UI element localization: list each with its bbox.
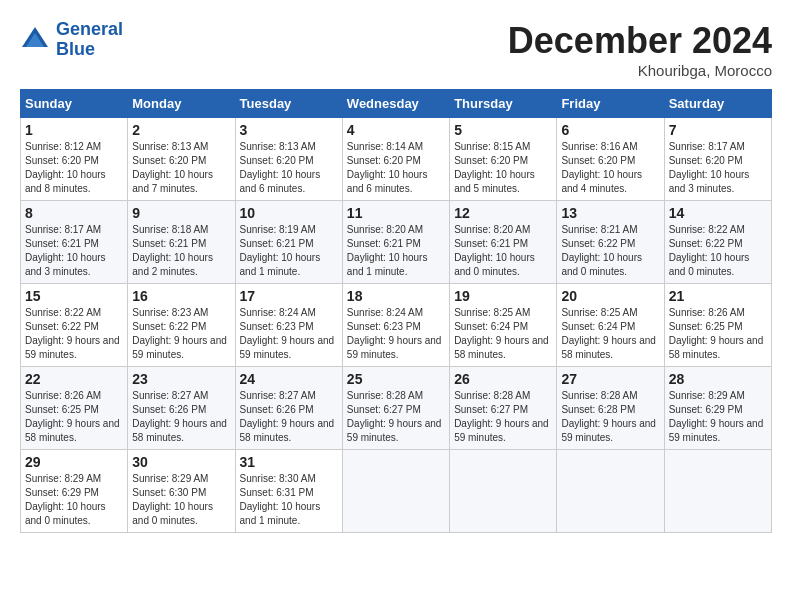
calendar-cell: 18Sunrise: 8:24 AMSunset: 6:23 PMDayligh… <box>342 284 449 367</box>
day-info: Sunrise: 8:29 AMSunset: 6:30 PMDaylight:… <box>132 472 230 528</box>
day-number: 25 <box>347 371 445 387</box>
calendar-cell: 13Sunrise: 8:21 AMSunset: 6:22 PMDayligh… <box>557 201 664 284</box>
day-number: 11 <box>347 205 445 221</box>
calendar-table: SundayMondayTuesdayWednesdayThursdayFrid… <box>20 89 772 533</box>
weekday-header: Wednesday <box>342 90 449 118</box>
day-info: Sunrise: 8:15 AMSunset: 6:20 PMDaylight:… <box>454 140 552 196</box>
day-info: Sunrise: 8:13 AMSunset: 6:20 PMDaylight:… <box>240 140 338 196</box>
calendar-cell: 15Sunrise: 8:22 AMSunset: 6:22 PMDayligh… <box>21 284 128 367</box>
day-info: Sunrise: 8:25 AMSunset: 6:24 PMDaylight:… <box>454 306 552 362</box>
day-info: Sunrise: 8:27 AMSunset: 6:26 PMDaylight:… <box>132 389 230 445</box>
day-number: 10 <box>240 205 338 221</box>
calendar-cell: 28Sunrise: 8:29 AMSunset: 6:29 PMDayligh… <box>664 367 771 450</box>
day-info: Sunrise: 8:12 AMSunset: 6:20 PMDaylight:… <box>25 140 123 196</box>
calendar-cell: 1Sunrise: 8:12 AMSunset: 6:20 PMDaylight… <box>21 118 128 201</box>
day-number: 14 <box>669 205 767 221</box>
calendar-cell: 14Sunrise: 8:22 AMSunset: 6:22 PMDayligh… <box>664 201 771 284</box>
day-number: 16 <box>132 288 230 304</box>
calendar-cell: 20Sunrise: 8:25 AMSunset: 6:24 PMDayligh… <box>557 284 664 367</box>
day-info: Sunrise: 8:22 AMSunset: 6:22 PMDaylight:… <box>669 223 767 279</box>
calendar-cell: 31Sunrise: 8:30 AMSunset: 6:31 PMDayligh… <box>235 450 342 533</box>
calendar-cell: 30Sunrise: 8:29 AMSunset: 6:30 PMDayligh… <box>128 450 235 533</box>
location: Khouribga, Morocco <box>508 62 772 79</box>
day-number: 31 <box>240 454 338 470</box>
day-number: 22 <box>25 371 123 387</box>
calendar-cell: 8Sunrise: 8:17 AMSunset: 6:21 PMDaylight… <box>21 201 128 284</box>
logo-icon <box>20 25 50 55</box>
weekday-header: Saturday <box>664 90 771 118</box>
calendar-cell <box>664 450 771 533</box>
day-info: Sunrise: 8:26 AMSunset: 6:25 PMDaylight:… <box>669 306 767 362</box>
calendar-cell: 23Sunrise: 8:27 AMSunset: 6:26 PMDayligh… <box>128 367 235 450</box>
day-info: Sunrise: 8:20 AMSunset: 6:21 PMDaylight:… <box>454 223 552 279</box>
calendar-cell: 27Sunrise: 8:28 AMSunset: 6:28 PMDayligh… <box>557 367 664 450</box>
day-info: Sunrise: 8:24 AMSunset: 6:23 PMDaylight:… <box>347 306 445 362</box>
calendar-cell: 12Sunrise: 8:20 AMSunset: 6:21 PMDayligh… <box>450 201 557 284</box>
day-number: 2 <box>132 122 230 138</box>
calendar-cell: 16Sunrise: 8:23 AMSunset: 6:22 PMDayligh… <box>128 284 235 367</box>
day-number: 3 <box>240 122 338 138</box>
weekday-header: Tuesday <box>235 90 342 118</box>
calendar-cell: 5Sunrise: 8:15 AMSunset: 6:20 PMDaylight… <box>450 118 557 201</box>
weekday-header: Thursday <box>450 90 557 118</box>
day-number: 18 <box>347 288 445 304</box>
day-info: Sunrise: 8:28 AMSunset: 6:27 PMDaylight:… <box>454 389 552 445</box>
calendar-week-row: 29Sunrise: 8:29 AMSunset: 6:29 PMDayligh… <box>21 450 772 533</box>
day-info: Sunrise: 8:17 AMSunset: 6:21 PMDaylight:… <box>25 223 123 279</box>
day-number: 26 <box>454 371 552 387</box>
day-info: Sunrise: 8:24 AMSunset: 6:23 PMDaylight:… <box>240 306 338 362</box>
day-number: 23 <box>132 371 230 387</box>
day-info: Sunrise: 8:14 AMSunset: 6:20 PMDaylight:… <box>347 140 445 196</box>
calendar-cell: 25Sunrise: 8:28 AMSunset: 6:27 PMDayligh… <box>342 367 449 450</box>
day-info: Sunrise: 8:23 AMSunset: 6:22 PMDaylight:… <box>132 306 230 362</box>
calendar-week-row: 8Sunrise: 8:17 AMSunset: 6:21 PMDaylight… <box>21 201 772 284</box>
calendar-cell: 6Sunrise: 8:16 AMSunset: 6:20 PMDaylight… <box>557 118 664 201</box>
day-info: Sunrise: 8:29 AMSunset: 6:29 PMDaylight:… <box>669 389 767 445</box>
calendar-cell <box>450 450 557 533</box>
calendar-cell: 21Sunrise: 8:26 AMSunset: 6:25 PMDayligh… <box>664 284 771 367</box>
day-info: Sunrise: 8:16 AMSunset: 6:20 PMDaylight:… <box>561 140 659 196</box>
day-info: Sunrise: 8:26 AMSunset: 6:25 PMDaylight:… <box>25 389 123 445</box>
day-number: 17 <box>240 288 338 304</box>
day-number: 30 <box>132 454 230 470</box>
day-number: 24 <box>240 371 338 387</box>
calendar-cell: 3Sunrise: 8:13 AMSunset: 6:20 PMDaylight… <box>235 118 342 201</box>
day-number: 4 <box>347 122 445 138</box>
day-number: 12 <box>454 205 552 221</box>
day-number: 28 <box>669 371 767 387</box>
day-info: Sunrise: 8:29 AMSunset: 6:29 PMDaylight:… <box>25 472 123 528</box>
weekday-header: Sunday <box>21 90 128 118</box>
day-info: Sunrise: 8:22 AMSunset: 6:22 PMDaylight:… <box>25 306 123 362</box>
day-number: 19 <box>454 288 552 304</box>
calendar-cell: 2Sunrise: 8:13 AMSunset: 6:20 PMDaylight… <box>128 118 235 201</box>
day-number: 1 <box>25 122 123 138</box>
calendar-cell: 22Sunrise: 8:26 AMSunset: 6:25 PMDayligh… <box>21 367 128 450</box>
day-info: Sunrise: 8:30 AMSunset: 6:31 PMDaylight:… <box>240 472 338 528</box>
day-info: Sunrise: 8:27 AMSunset: 6:26 PMDaylight:… <box>240 389 338 445</box>
calendar-cell: 26Sunrise: 8:28 AMSunset: 6:27 PMDayligh… <box>450 367 557 450</box>
calendar-cell: 17Sunrise: 8:24 AMSunset: 6:23 PMDayligh… <box>235 284 342 367</box>
day-info: Sunrise: 8:21 AMSunset: 6:22 PMDaylight:… <box>561 223 659 279</box>
day-info: Sunrise: 8:28 AMSunset: 6:27 PMDaylight:… <box>347 389 445 445</box>
day-number: 20 <box>561 288 659 304</box>
calendar-week-row: 22Sunrise: 8:26 AMSunset: 6:25 PMDayligh… <box>21 367 772 450</box>
day-number: 15 <box>25 288 123 304</box>
calendar-cell: 11Sunrise: 8:20 AMSunset: 6:21 PMDayligh… <box>342 201 449 284</box>
logo-line1: General <box>56 19 123 39</box>
day-info: Sunrise: 8:17 AMSunset: 6:20 PMDaylight:… <box>669 140 767 196</box>
day-info: Sunrise: 8:19 AMSunset: 6:21 PMDaylight:… <box>240 223 338 279</box>
day-info: Sunrise: 8:20 AMSunset: 6:21 PMDaylight:… <box>347 223 445 279</box>
calendar-week-row: 15Sunrise: 8:22 AMSunset: 6:22 PMDayligh… <box>21 284 772 367</box>
day-number: 9 <box>132 205 230 221</box>
day-info: Sunrise: 8:13 AMSunset: 6:20 PMDaylight:… <box>132 140 230 196</box>
weekday-header: Monday <box>128 90 235 118</box>
calendar-cell: 24Sunrise: 8:27 AMSunset: 6:26 PMDayligh… <box>235 367 342 450</box>
calendar-cell: 19Sunrise: 8:25 AMSunset: 6:24 PMDayligh… <box>450 284 557 367</box>
weekday-header: Friday <box>557 90 664 118</box>
calendar-cell: 29Sunrise: 8:29 AMSunset: 6:29 PMDayligh… <box>21 450 128 533</box>
day-info: Sunrise: 8:25 AMSunset: 6:24 PMDaylight:… <box>561 306 659 362</box>
month-title: December 2024 <box>508 20 772 62</box>
day-info: Sunrise: 8:28 AMSunset: 6:28 PMDaylight:… <box>561 389 659 445</box>
title-block: December 2024 Khouribga, Morocco <box>508 20 772 79</box>
weekday-header-row: SundayMondayTuesdayWednesdayThursdayFrid… <box>21 90 772 118</box>
